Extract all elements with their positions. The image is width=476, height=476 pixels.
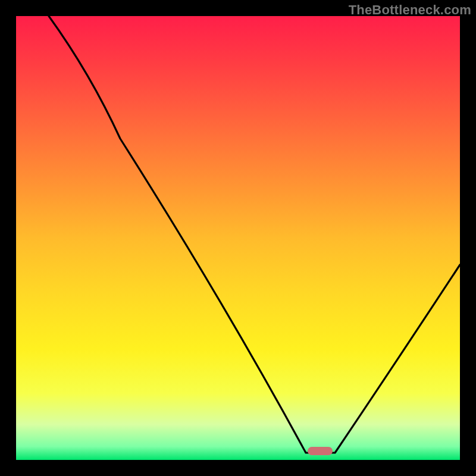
optimal-marker xyxy=(308,447,333,455)
bottleneck-curve xyxy=(16,16,460,460)
watermark-text: TheBottleneck.com xyxy=(349,2,471,18)
chart-frame: TheBottleneck.com xyxy=(0,0,476,476)
plot-area xyxy=(16,16,460,460)
